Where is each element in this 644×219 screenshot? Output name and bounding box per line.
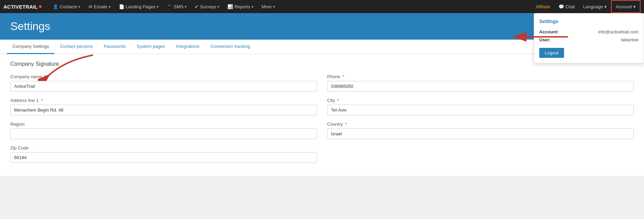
region-input[interactable]: [10, 128, 317, 139]
sms-chevron: ▾: [185, 5, 186, 9]
address-label: Address line 1 *: [10, 98, 317, 103]
zip-placeholder-group: [327, 145, 634, 163]
country-input[interactable]: [327, 128, 634, 139]
nav-affiliate[interactable]: Affiliate: [531, 0, 554, 13]
tab-system-pages[interactable]: System pages: [131, 40, 170, 54]
form-row-2: Address line 1 * City *: [10, 98, 634, 115]
content-area: Company Signature Company name *: [0, 54, 644, 176]
form-row-3: Region Country *: [10, 122, 634, 139]
country-required: *: [345, 122, 347, 127]
region-label: Region: [10, 122, 317, 127]
nav-emails[interactable]: ✉ Emails ▾: [84, 0, 114, 13]
nav-chat[interactable]: 💬 Chat: [554, 0, 579, 13]
nav-items: 👤 Contacts ▾ ✉ Emails ▾ 📄 Landing Pages …: [49, 0, 531, 13]
landing-pages-chevron: ▾: [157, 5, 159, 9]
phone-required: *: [343, 74, 344, 79]
nav-landing-pages[interactable]: 📄 Landing Pages ▾: [115, 0, 163, 13]
company-name-input[interactable]: [10, 81, 317, 92]
sms-icon: 📱: [167, 4, 172, 9]
chat-icon: 💬: [559, 4, 564, 9]
phone-label: Phone *: [327, 74, 634, 79]
account-chevron: ▾: [633, 4, 636, 9]
logo: ACTIVETRAIL: [3, 4, 42, 10]
user-value: taliactive: [621, 37, 638, 42]
tab-passwords[interactable]: Passwords: [98, 40, 131, 54]
zip-label: Zip Code: [10, 145, 317, 150]
phone-group: Phone *: [327, 74, 634, 92]
tab-conversion-tracking[interactable]: Conversion tracking: [205, 40, 256, 54]
city-label: City *: [327, 98, 634, 103]
city-input[interactable]: [327, 105, 634, 115]
surveys-chevron: ▾: [217, 5, 219, 9]
nav-sms[interactable]: 📱 SMS ▾: [163, 0, 191, 13]
account-email: info@activetrail.com: [598, 29, 638, 34]
tab-integrations[interactable]: Integrations: [171, 40, 205, 54]
address-input[interactable]: [10, 105, 317, 115]
zip-group: Zip Code: [10, 145, 317, 163]
top-navigation: ACTIVETRAIL 👤 Contacts ▾ ✉ Emails ▾ 📄 La…: [0, 0, 644, 13]
form-row-4: Zip Code: [10, 145, 634, 163]
nav-surveys[interactable]: ✔ Surveys ▾: [191, 0, 223, 13]
logo-text: ACTIVETRAIL: [3, 4, 38, 10]
landing-pages-icon: 📄: [119, 4, 124, 9]
logo-dot: [39, 5, 42, 8]
address-required: *: [41, 98, 43, 103]
tab-contact-persons[interactable]: Contact persons: [54, 40, 98, 54]
company-name-label: Company name *: [10, 74, 317, 79]
account-dropdown: Settings Account: info@activetrail.com U…: [534, 13, 644, 63]
country-group: Country *: [327, 122, 634, 139]
user-info-row: User: taliactive: [539, 37, 638, 42]
emails-icon: ✉: [89, 4, 92, 9]
zip-input[interactable]: [10, 152, 317, 163]
company-name-group: Company name *: [10, 74, 317, 92]
language-chevron: ▾: [604, 4, 607, 9]
nav-reports[interactable]: 📊 Reports ▾: [223, 0, 257, 13]
city-required: *: [337, 98, 339, 103]
nav-account[interactable]: Account ▾: [611, 0, 641, 13]
settings-link[interactable]: Settings: [539, 19, 638, 24]
phone-input[interactable]: [327, 81, 634, 92]
country-label: Country *: [327, 122, 634, 127]
emails-chevron: ▾: [109, 5, 111, 9]
contacts-chevron: ▾: [79, 5, 80, 9]
address-group: Address line 1 *: [10, 98, 317, 115]
contacts-icon: 👤: [53, 4, 58, 9]
nav-more[interactable]: More ▾: [257, 0, 279, 13]
city-group: City *: [327, 98, 634, 115]
tab-company-settings[interactable]: Company Settings: [7, 40, 54, 54]
reports-chevron: ▾: [252, 5, 253, 9]
reports-icon: 📊: [227, 4, 233, 9]
account-label: Account:: [539, 29, 559, 34]
region-group: Region: [10, 122, 317, 139]
surveys-icon: ✔: [195, 4, 198, 9]
nav-right: Affiliate 💬 Chat Language ▾ Account ▾: [531, 0, 641, 13]
user-label: User:: [539, 37, 551, 42]
account-info-row: Account: info@activetrail.com: [539, 29, 638, 34]
logout-button[interactable]: Logout: [539, 48, 564, 58]
form-row-1: Company name *: [10, 74, 634, 92]
nav-contacts[interactable]: 👤 Contacts ▾: [49, 0, 84, 13]
nav-language[interactable]: Language ▾: [579, 0, 611, 13]
more-chevron: ▾: [273, 5, 275, 9]
company-name-required: *: [44, 74, 46, 79]
